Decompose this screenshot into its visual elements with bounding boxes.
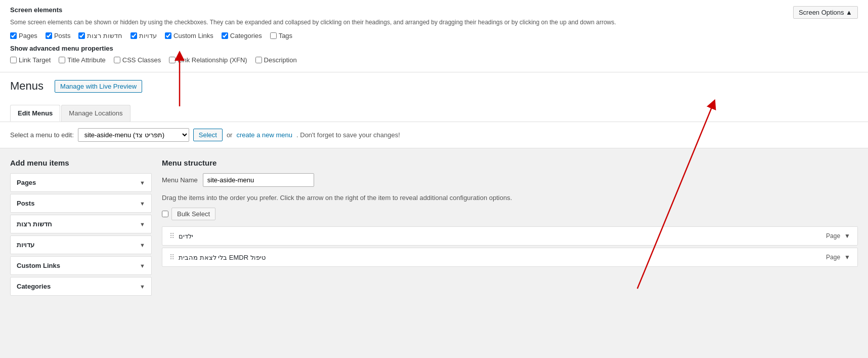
dont-forget-text: . Don't forget to save your changes!	[296, 131, 400, 139]
main-content: Add menu items Pages ▼ Posts ▼ חדשות רצו…	[0, 148, 868, 351]
or-text: or	[227, 131, 233, 139]
accordion-custom-links-header[interactable]: Custom Links ▼	[11, 257, 151, 274]
checkbox-title-attr-input[interactable]	[59, 57, 65, 63]
menu-item-type-2: Page	[826, 254, 840, 261]
checkbox-description-input[interactable]	[255, 57, 262, 63]
menu-item-expand-arrow[interactable]: ▼	[844, 232, 850, 240]
checkbox-categories-input[interactable]	[222, 32, 228, 39]
menu-item-name: ילדים	[179, 232, 193, 240]
menu-item-emdr: ⠿ בלי לצאת מהבית EMDR טיפול Page ▼	[162, 248, 858, 267]
accordion-hadashot: חדשות רצות ▼	[10, 215, 152, 233]
tabs-row: Edit Menus Manage Locations	[10, 105, 858, 122]
accordion-categories: Categories ▼	[10, 277, 152, 296]
menu-name-input[interactable]	[203, 173, 314, 187]
checkbox-link-target[interactable]: Link Target	[10, 56, 51, 64]
menu-item-type: Page	[826, 232, 840, 240]
checkbox-custom-links-input[interactable]	[165, 32, 171, 39]
select-menu-label: Select a menu to edit:	[10, 131, 74, 139]
page-wrapper: Screen Options ▲ Screen elements Some sc…	[0, 0, 868, 358]
screen-options-desc: Some screen elements can be shown or hid…	[10, 18, 858, 27]
menu-structure-panel: Menu structure Menu Name Drag the items …	[162, 158, 858, 341]
add-menu-items-panel: Add menu items Pages ▼ Posts ▼ חדשות רצו…	[10, 158, 152, 341]
accordion-hadashot-header[interactable]: חדשות רצות ▼	[11, 215, 151, 233]
checkbox-pages-input[interactable]	[10, 32, 17, 39]
menu-item-right: Page ▼	[826, 232, 850, 240]
accordion-categories-label: Categories	[17, 283, 51, 290]
checkbox-eduyot-input[interactable]	[131, 32, 137, 39]
menu-item-yeladim: ⠿ ילדים Page ▼	[162, 226, 858, 246]
accordion-custom-links-label: Custom Links	[17, 262, 60, 269]
add-menu-items-title: Add menu items	[10, 158, 152, 167]
bulk-select-checkbox[interactable]	[162, 211, 168, 217]
accordion-eduyot-arrow: ▼	[140, 242, 145, 248]
advanced-menu-label: Show advanced menu properties	[10, 45, 858, 52]
checkbox-description[interactable]: Description	[255, 56, 297, 64]
checkbox-pages[interactable]: Pages	[10, 32, 37, 39]
screen-options-button[interactable]: Screen Options ▲	[793, 6, 858, 19]
accordion-custom-links-arrow: ▼	[140, 263, 145, 269]
menu-structure-title: Menu structure	[162, 158, 858, 167]
menu-item-left-2: ⠿ בלי לצאת מהבית EMDR טיפול	[169, 253, 266, 261]
accordion-eduyot-header[interactable]: עדויות ▼	[11, 236, 151, 254]
accordion-pages-header[interactable]: Pages ▼	[11, 174, 151, 191]
menu-item-expand-arrow-2[interactable]: ▼	[844, 254, 850, 261]
menu-item-name-2: בלי לצאת מהבית EMDR טיפול	[179, 254, 266, 261]
create-new-menu-link[interactable]: create a new menu	[236, 131, 292, 139]
checkbox-link-relationship[interactable]: Link Relationship (XFN)	[169, 56, 247, 64]
screen-elements-checkboxes: Pages Posts חדשות רצות עדויות Custom Lin…	[10, 32, 858, 39]
menu-name-label: Menu Name	[162, 176, 198, 184]
menu-item-left: ⠿ ילדים	[169, 232, 193, 240]
accordion-posts: Posts ▼	[10, 194, 152, 213]
select-menu-button[interactable]: Select	[193, 129, 223, 141]
accordion-categories-arrow: ▼	[140, 284, 145, 290]
checkbox-css-classes-input[interactable]	[114, 57, 120, 63]
accordion-eduyot: עדויות ▼	[10, 235, 152, 254]
menu-name-row: Menu Name	[162, 173, 858, 187]
menu-item-right-2: Page ▼	[826, 254, 850, 261]
checkbox-link-relationship-input[interactable]	[169, 57, 176, 63]
accordion-posts-label: Posts	[17, 200, 34, 207]
accordion-posts-arrow: ▼	[140, 201, 145, 207]
menu-item-handle-2[interactable]: ⠿	[169, 253, 175, 261]
bulk-select-button[interactable]: Bulk Select	[171, 208, 215, 220]
checkbox-custom-links[interactable]: Custom Links	[165, 32, 213, 39]
accordion-pages: Pages ▼	[10, 173, 152, 192]
accordion-pages-arrow: ▼	[140, 180, 145, 186]
accordion-posts-header[interactable]: Posts ▼	[11, 194, 151, 212]
checkbox-categories[interactable]: Categories	[222, 32, 262, 39]
checkbox-css-classes[interactable]: CSS Classes	[114, 56, 161, 64]
advanced-checkboxes-row: Link Target Title Attribute CSS Classes …	[10, 56, 858, 64]
accordion-hadashot-label: חדשות רצות	[17, 220, 52, 228]
accordion-custom-links: Custom Links ▼	[10, 256, 152, 275]
menu-item-handle[interactable]: ⠿	[169, 232, 175, 240]
select-menu-bar: Select a menu to edit: site-aside-menu (…	[0, 122, 868, 148]
checkbox-eduyot[interactable]: עדויות	[131, 32, 157, 39]
checkbox-link-target-input[interactable]	[10, 57, 17, 63]
menu-select-dropdown[interactable]: site-aside-menu (תפריט צד)	[78, 128, 189, 142]
screen-options-title: Screen elements	[10, 6, 858, 14]
accordion-categories-header[interactable]: Categories ▼	[11, 277, 151, 295]
bulk-select-row: Bulk Select	[162, 208, 858, 220]
checkbox-hadashot[interactable]: חדשות רצות	[78, 32, 122, 39]
checkbox-title-attr[interactable]: Title Attribute	[59, 56, 105, 64]
checkbox-hadashot-input[interactable]	[78, 32, 85, 39]
checkbox-posts-input[interactable]	[46, 32, 52, 39]
checkbox-tags-input[interactable]	[270, 32, 277, 39]
menus-title: Menus	[10, 79, 44, 93]
checkbox-tags[interactable]: Tags	[270, 32, 292, 39]
menus-header: Menus Manage with Live Preview Edit Menu…	[0, 72, 868, 122]
tab-manage-locations[interactable]: Manage Locations	[61, 105, 130, 122]
drag-hint: Drag the items into the order you prefer…	[162, 194, 858, 202]
screen-options-panel: Screen Options ▲ Screen elements Some sc…	[0, 0, 868, 72]
manage-live-preview-button[interactable]: Manage with Live Preview	[55, 80, 142, 93]
tab-edit-menus[interactable]: Edit Menus	[10, 105, 60, 122]
accordion-eduyot-label: עדויות	[17, 241, 34, 249]
accordion-pages-label: Pages	[17, 179, 36, 186]
checkbox-posts[interactable]: Posts	[46, 32, 71, 39]
accordion-hadashot-arrow: ▼	[140, 221, 145, 227]
